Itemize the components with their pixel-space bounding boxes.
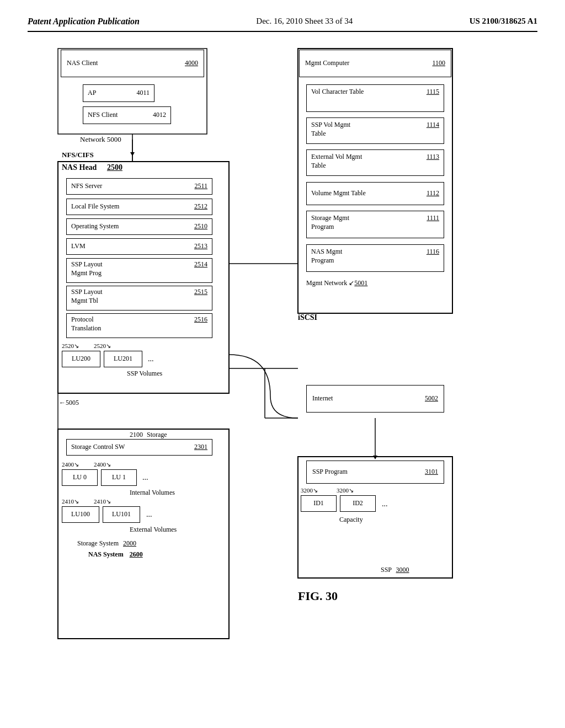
internet-box: Internet 5002	[306, 385, 444, 413]
lu0-box: LU 0	[62, 469, 98, 486]
id1-box: ID1	[301, 495, 337, 512]
nas-system-label: NAS System 2600	[88, 550, 143, 559]
nas-head-num: 2500	[107, 163, 122, 172]
ssp-vol-mgmt-box: SSP Vol Mgmt Table 1114	[306, 117, 444, 144]
id2-box: ID2	[340, 495, 376, 512]
lu100-box: LU100	[62, 506, 99, 523]
external-volumes-label: External Volumes	[130, 526, 177, 534]
ssp-layout-mgmt-box: SSP Layout Mgmt Prog 2514	[66, 258, 212, 283]
num-2520a: 2520↘	[62, 342, 79, 350]
network-label: Network 5000	[80, 135, 121, 144]
iscsi-label: iSCSI	[298, 313, 317, 322]
page-header: Patent Application Publication Dec. 16, …	[28, 17, 537, 32]
capacity-label: Capacity	[339, 516, 363, 524]
publication-label: Patent Application Publication	[28, 17, 140, 26]
id-dots: ...	[382, 500, 388, 508]
protocol-box: Protocol Translation 2516	[66, 313, 212, 338]
diagram-area: NAS Client 4000 AP 4011 NFS Client 4012 …	[28, 43, 546, 677]
storage-system-label: Storage System 2000	[77, 539, 136, 548]
volume-mgmt-box: Volume Mgmt Table 1112	[306, 182, 444, 205]
lu-dots: ...	[148, 355, 154, 363]
num-2400a: 2400↘	[62, 461, 79, 468]
lu101-box: LU101	[103, 506, 140, 523]
storage-mgmt-box: Storage Mgmt Program 1111	[306, 211, 444, 238]
external-vol-mgmt-box: External Vol Mgmt Table 1113	[306, 149, 444, 176]
lu-dots2: ...	[142, 473, 148, 482]
nas-mgmt-box: NAS Mgmt Program 1116	[306, 244, 444, 272]
date-sheet-label: Dec. 16, 2010 Sheet 33 of 34	[256, 17, 353, 26]
num-2410a: 2410↘	[62, 498, 79, 505]
num-2400b: 2400↘	[94, 461, 111, 468]
nfs-client-label: NFS Client	[88, 111, 118, 120]
nfs-client-box: NFS Client 4012	[83, 106, 171, 124]
nfs-client-num: 4012	[153, 111, 166, 120]
nas-client-box: NAS Client 4000	[61, 50, 204, 77]
mgmt-computer-box: Mgmt Computer 1100	[299, 50, 451, 77]
lu-dots3: ...	[146, 510, 152, 519]
lvm-box: LVM 2513	[66, 238, 212, 255]
svg-marker-12	[130, 152, 135, 156]
num-3200b: 3200↘	[337, 487, 354, 494]
os-box: Operating System 2510	[66, 218, 212, 235]
nas-head-label: NAS Head 2500	[62, 163, 122, 172]
arrow-5005: ←5005	[59, 399, 79, 407]
vol-char-table-box: Vol Character Table 1115	[306, 84, 444, 112]
fig-caption: FIG. 30	[298, 589, 338, 603]
nfs-server-box: NFS Server 2511	[66, 178, 212, 195]
ssp-volumes-label: SSP Volumes	[127, 370, 162, 378]
num-2520b: 2520↘	[94, 342, 111, 350]
svg-marker-15	[373, 456, 377, 459]
nas-client-num: 4000	[185, 59, 198, 68]
num-3200a: 3200↘	[301, 487, 318, 494]
nfscifs-label: NFS/CIFS	[62, 151, 94, 159]
mgmt-network-label: Mgmt Network ↙5001	[306, 279, 367, 287]
lu201-box: LU201	[104, 351, 142, 367]
internal-volumes-label: Internal Volumes	[130, 489, 175, 497]
ap-label: AP	[88, 89, 96, 98]
storage-control-sw-box: Storage Control SW 2301	[66, 439, 212, 456]
ap-num: 4011	[136, 89, 150, 98]
ap-box: AP 4011	[83, 84, 154, 102]
local-fs-box: Local File System 2512	[66, 199, 212, 215]
lu200-box: LU200	[62, 351, 100, 367]
nas-client-label: NAS Client	[67, 59, 98, 68]
patent-number-label: US 2100/318625 A1	[470, 17, 537, 26]
svg-rect-2	[58, 429, 229, 639]
ssp-outer-label: SSP 3000	[381, 566, 409, 574]
num-2410b: 2410↘	[94, 498, 111, 505]
ssp-layout-tbl-box: SSP Layout Mgmt Tbl 2515	[66, 286, 212, 311]
ssp-program-box: SSP Program 3101	[306, 461, 444, 484]
lu1-box: LU 1	[101, 469, 137, 486]
